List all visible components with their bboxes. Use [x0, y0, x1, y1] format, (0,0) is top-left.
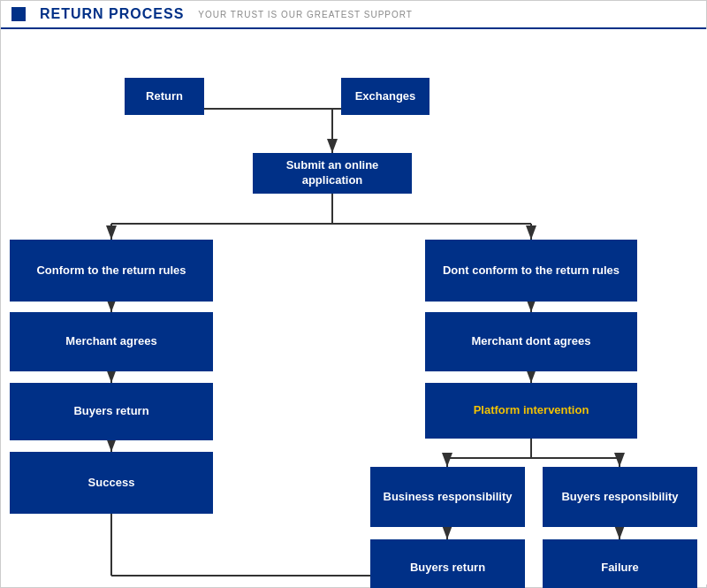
- dont-conform-box: Dont conform to the return rules: [425, 240, 637, 302]
- merchant-agrees-box: Merchant agrees: [10, 312, 213, 371]
- merchant-dont-box: Merchant dont agrees: [425, 312, 637, 371]
- page-wrapper: RETURN PROCESS YOUR TRUST IS OUR GREATES…: [0, 0, 707, 588]
- failure-box: Failure: [543, 539, 697, 588]
- buyers-return-right-box: Buyers return: [370, 539, 525, 588]
- exchanges-box: Exchanges: [341, 78, 430, 115]
- conform-box: Conform to the return rules: [10, 240, 213, 302]
- header-subtitle: YOUR TRUST IS OUR GREATEST SUPPORT: [198, 10, 413, 19]
- buyers-return-left-box: Buyers return: [10, 383, 213, 440]
- business-resp-box: Business responsibility: [370, 467, 525, 527]
- return-box: Return: [125, 78, 204, 115]
- success-box: Success: [10, 452, 213, 514]
- header-title: RETURN PROCESS: [40, 6, 184, 22]
- diagram: Return Exchanges Submit an online applic…: [1, 29, 707, 584]
- platform-box: Platform intervention: [425, 383, 637, 439]
- buyers-resp-box: Buyers responsibility: [543, 467, 697, 527]
- header: RETURN PROCESS YOUR TRUST IS OUR GREATES…: [1, 1, 706, 29]
- header-icon: [11, 7, 26, 21]
- submit-box: Submit an online application: [253, 153, 412, 194]
